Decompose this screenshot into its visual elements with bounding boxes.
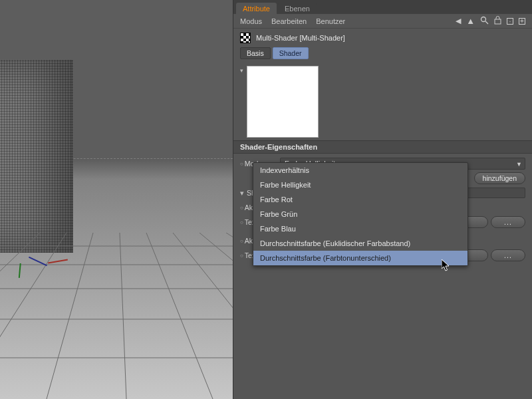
svg-point-13 [481, 17, 486, 22]
dropdown-option[interactable]: Durchschnittsfarbe (Euklidischer Farbabs… [253, 236, 467, 251]
textur-browse-button-1[interactable]: ... [491, 216, 525, 228]
svg-line-3 [120, 233, 126, 399]
menu-benutzer[interactable]: Benutzer [316, 17, 345, 25]
multi-shader-icon [240, 33, 251, 43]
menu-modus[interactable]: Modus [240, 17, 262, 25]
lock-icon[interactable] [494, 16, 501, 26]
new-tab-icon[interactable]: · [507, 18, 513, 25]
attribute-subtabs: Basis Shader [233, 47, 532, 63]
menu-bearbeiten[interactable]: Bearbeiten [271, 17, 307, 25]
object-header: Multi-Shader [Multi-Shader] [233, 29, 532, 47]
nav-back-icon[interactable]: ◀ [456, 17, 461, 25]
svg-line-2 [47, 233, 93, 399]
modus-dropdown[interactable]: Indexverhältnis Farbe Helligkeit Farbe R… [253, 162, 468, 266]
dropdown-option[interactable]: Farbe Rot [253, 192, 467, 207]
section-shader-eigenschaften: Shader-Eigenschaften [233, 140, 532, 154]
svg-line-1 [0, 233, 66, 399]
3d-viewport[interactable] [0, 0, 233, 399]
shader-preview[interactable] [247, 66, 319, 138]
textur-browse-button-2[interactable]: ... [491, 249, 525, 261]
subtab-shader[interactable]: Shader [273, 47, 309, 59]
svg-rect-15 [495, 19, 501, 24]
cube-mesh [0, 60, 73, 253]
add-icon[interactable]: + [519, 18, 525, 25]
panel-empty-area [233, 269, 532, 399]
tab-attribute[interactable]: Attribute [236, 3, 277, 14]
svg-line-4 [146, 233, 213, 399]
panel-tabs: Attribute Ebenen [233, 0, 532, 14]
tab-ebenen[interactable]: Ebenen [278, 3, 317, 14]
nav-up-icon[interactable]: ▲ [466, 16, 475, 26]
floor-grid [0, 233, 233, 399]
svg-line-0 [0, 233, 40, 399]
chevron-down-icon: ▼ [516, 161, 522, 168]
dropdown-option[interactable]: Farbe Helligkeit [253, 178, 467, 192]
preview-collapse-icon[interactable]: ▾ [240, 66, 247, 138]
search-icon[interactable] [480, 16, 489, 26]
dropdown-option-highlighted[interactable]: Durchschnittsfarbe (Farbtonunterschied) [253, 251, 467, 265]
hinzufuegen-button[interactable]: hinzufügen [474, 172, 525, 184]
panel-menubar: Modus Bearbeiten Benutzer ◀ ▲ · + [233, 14, 532, 29]
svg-line-14 [485, 21, 488, 24]
svg-line-6 [200, 233, 233, 399]
subtab-basis[interactable]: Basis [240, 47, 271, 59]
axis-gizmo [13, 261, 68, 262]
dropdown-option[interactable]: Indexverhältnis [253, 163, 467, 178]
dropdown-option[interactable]: Farbe Grün [253, 207, 467, 221]
dropdown-option[interactable]: Farbe Blau [253, 221, 467, 236]
object-title: Multi-Shader [Multi-Shader] [256, 34, 345, 42]
